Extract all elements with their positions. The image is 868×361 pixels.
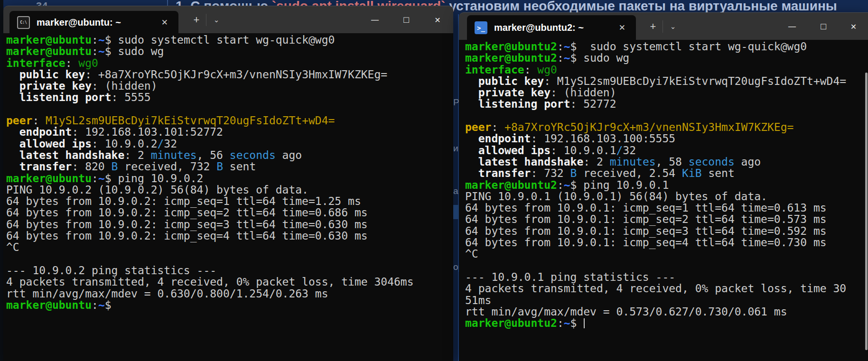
- terminal-line: --- 10.9.0.2 ping statistics ---: [6, 265, 453, 276]
- terminal-line: 4 packets transmitted, 4 received, 0% pa…: [6, 276, 453, 287]
- minimize-button[interactable]: —: [359, 6, 391, 34]
- tab-title: marker@ubuntu2: ~: [494, 22, 616, 33]
- terminal-line: marker@ubuntu:~$ sudo systemctl start wg…: [6, 34, 453, 46]
- terminal-line: 64 bytes from 10.9.0.2: icmp_seq=1 ttl=6…: [6, 195, 453, 207]
- new-tab-button[interactable]: +: [188, 12, 205, 28]
- terminal-line: peer: +8a7XroYRc5OjKJr9cX+m3/vnenNSIy3Hm…: [465, 121, 868, 133]
- terminal-line: allowed ips: 10.9.0.2/32: [6, 138, 453, 149]
- terminal-line: 51ms: [465, 295, 868, 306]
- tab-marker-ubuntu[interactable]: C:\ marker@ubuntu: ~ ✕: [9, 11, 178, 34]
- terminal-line: ^C: [465, 248, 868, 259]
- cmd-icon: C:\: [17, 16, 30, 29]
- close-button[interactable]: ✕: [839, 13, 868, 40]
- tab-title: marker@ubuntu: ~: [37, 17, 159, 28]
- doc-text-fragment: P: [453, 97, 459, 108]
- terminal-line: [465, 110, 868, 121]
- terminal-line: interface: wg0: [6, 57, 453, 69]
- terminal-line: marker@ubuntu2:~$ sudo systemctl start w…: [465, 41, 868, 52]
- terminal-line: allowed ips: 10.9.0.1/32: [465, 145, 868, 156]
- terminal-line: transfer: 820 B received, 732 B sent: [6, 161, 453, 172]
- terminal-line: listening port: 5555: [6, 92, 453, 103]
- close-button[interactable]: ✕: [422, 6, 453, 34]
- maximize-button[interactable]: □: [391, 6, 422, 34]
- chevron-down-icon[interactable]: ⌄: [208, 12, 224, 28]
- toolbar-separator: [206, 14, 206, 26]
- terminal-line: PING 10.9.0.2 (10.9.0.2) 56(84) bytes of…: [6, 184, 453, 195]
- doc-text-fragment: и: [453, 143, 458, 154]
- terminal-output-ubuntu2[interactable]: marker@ubuntu2:~$ sudo systemctl start w…: [459, 40, 868, 361]
- terminal-line: interface: wg0: [465, 64, 868, 75]
- terminal-line: marker@ubuntu2:~$: [465, 317, 868, 329]
- terminal-line: --- 10.9.0.1 ping statistics ---: [465, 271, 868, 283]
- text-cursor: [584, 318, 585, 328]
- terminal-line: public key: +8a7XroYRc5OjKJr9cX+m3/vnenN…: [6, 69, 453, 80]
- right-titlebar[interactable]: >_ marker@ubuntu2: ~ ✕ + ⌄ — □ ✕: [459, 12, 868, 40]
- terminal-line: 64 bytes from 10.9.0.1: icmp_seq=4 ttl=6…: [465, 237, 868, 248]
- scrollbar[interactable]: [865, 73, 868, 350]
- terminal-line: rtt min/avg/max/mdev = 0.573/0.627/0.730…: [465, 306, 868, 317]
- terminal-line: [6, 253, 453, 265]
- terminal-line: peer: M1ySL2sm9UEBcDyi7kEiStvrwqT20ugFsI…: [6, 115, 453, 126]
- terminal-line: [465, 260, 868, 271]
- doc-text-after-code: установим необходимые пакеты на виртуаль…: [445, 0, 837, 13]
- terminal-line: marker@ubuntu2:~$ sudo wg: [465, 52, 868, 64]
- terminal-window-ubuntu2: >_ marker@ubuntu2: ~ ✕ + ⌄ — □ ✕ marker@…: [459, 12, 868, 361]
- chevron-down-icon[interactable]: ⌄: [665, 19, 681, 35]
- new-tab-button[interactable]: +: [645, 19, 661, 35]
- window-controls: — □ ✕: [359, 6, 453, 34]
- minimize-button[interactable]: —: [776, 13, 808, 40]
- tab-close-icon[interactable]: ✕: [159, 17, 171, 28]
- terminal-window-ubuntu: C:\ marker@ubuntu: ~ ✕ + ⌄ — □ ✕ marker@…: [3, 6, 453, 361]
- terminal-line: marker@ubuntu:~$: [6, 299, 453, 311]
- toolbar-separator: [663, 20, 663, 33]
- terminal-line: endpoint: 192.168.103.100:5555: [465, 133, 868, 144]
- left-titlebar[interactable]: C:\ marker@ubuntu: ~ ✕ + ⌄ — □ ✕: [3, 6, 453, 33]
- terminal-line: 64 bytes from 10.9.0.1: icmp_seq=2 ttl=6…: [465, 213, 868, 225]
- terminal-line: rtt min/avg/max/mdev = 0.630/0.800/1.254…: [6, 288, 453, 299]
- terminal-line: private key: (hidden): [465, 87, 868, 98]
- background-window-sliver: [0, 0, 3, 361]
- doc-text-fragment: а: [453, 186, 458, 196]
- tab-marker-ubuntu2[interactable]: >_ marker@ubuntu2: ~ ✕: [467, 15, 636, 40]
- maximize-button[interactable]: □: [808, 13, 839, 40]
- doc-text-fragment: ор: [453, 262, 459, 272]
- doc-gap-strip: P и а ор: [453, 14, 459, 361]
- terminal-line: latest handshake: 2 minutes, 56 seconds …: [6, 149, 453, 161]
- terminal-line: endpoint: 192.168.103.101:52772: [6, 126, 453, 138]
- terminal-line: private key: (hidden): [6, 80, 453, 92]
- terminal-line: 4 packets transmitted, 4 received, 0% pa…: [465, 283, 868, 294]
- terminal-line: latest handshake: 2 minutes, 58 seconds …: [465, 156, 868, 167]
- terminal-line: 64 bytes from 10.9.0.1: icmp_seq=3 ttl=6…: [465, 225, 868, 237]
- powershell-icon: >_: [475, 21, 487, 34]
- terminal-line: 64 bytes from 10.9.0.2: icmp_seq=2 ttl=6…: [6, 207, 453, 218]
- window-controls: — □ ✕: [776, 13, 868, 40]
- tab-close-icon[interactable]: ✕: [616, 22, 628, 34]
- doc-selection-fragment: [453, 205, 459, 219]
- terminal-line: 64 bytes from 10.9.0.2: icmp_seq=3 ttl=6…: [6, 219, 453, 230]
- terminal-line: public key: M1ySL2sm9UEBcDyi7kEiStvrwqT2…: [465, 75, 868, 87]
- terminal-line: marker@ubuntu2:~$ ping 10.9.0.1: [465, 179, 868, 191]
- terminal-line: 64 bytes from 10.9.0.2: icmp_seq=4 ttl=6…: [6, 230, 453, 241]
- terminal-line: listening port: 52772: [465, 98, 868, 110]
- terminal-line: [6, 103, 453, 115]
- terminal-line: PING 10.9.0.1 (10.9.0.1) 56(84) bytes of…: [465, 191, 868, 202]
- terminal-line: 64 bytes from 10.9.0.1: icmp_seq=1 ttl=6…: [465, 202, 868, 213]
- terminal-line: marker@ubuntu:~$ sudo wg: [6, 46, 453, 57]
- terminal-line: marker@ubuntu:~$ ping 10.9.0.2: [6, 173, 453, 184]
- terminal-output-ubuntu[interactable]: marker@ubuntu:~$ sudo systemctl start wg…: [3, 33, 453, 361]
- terminal-line: ^C: [6, 241, 453, 253]
- terminal-line: transfer: 732 B received, 2.54 KiB sent: [465, 167, 868, 179]
